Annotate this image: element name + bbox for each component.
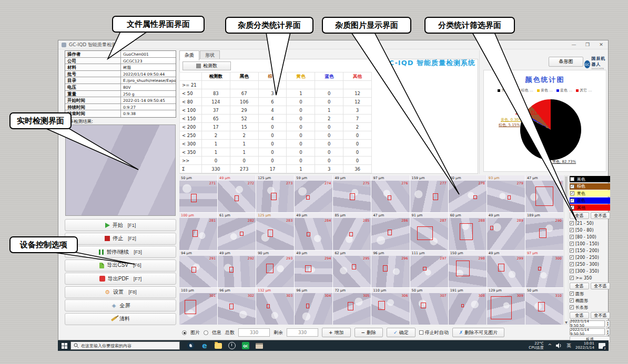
impurity-cell[interactable]: 110 μm306 bbox=[371, 288, 409, 325]
size-filter-checkbox[interactable]: ✓ bbox=[570, 269, 574, 273]
size-filter[interactable]: ✓[80 - 100) bbox=[570, 234, 610, 240]
impurity-cell[interactable]: 50 μm307 bbox=[410, 288, 448, 325]
total-input[interactable]: 330 bbox=[238, 328, 270, 337]
impurity-cell[interactable]: 96 μm302 bbox=[218, 288, 256, 325]
confirm-button[interactable]: ✓确定 bbox=[387, 328, 416, 337]
size-filter-checkbox[interactable]: ✓ bbox=[570, 235, 574, 239]
control-button-pdf[interactable]: 导出PDF[F7] bbox=[65, 273, 176, 285]
impurity-cell[interactable]: 191 μm308 bbox=[449, 288, 487, 325]
impurity-cell[interactable]: 61 μm282 bbox=[218, 213, 256, 249]
scrollbar-thumb[interactable] bbox=[565, 176, 568, 202]
impurity-cell[interactable]: 85 μm285 bbox=[333, 213, 371, 249]
impurity-cell[interactable]: 189 μm290 bbox=[525, 213, 563, 249]
impurity-cell[interactable]: 103 μm301 bbox=[179, 288, 217, 325]
impurity-cell[interactable]: 59 μm274 bbox=[295, 175, 332, 212]
impurity-cell[interactable]: 132 μm303 bbox=[256, 288, 294, 325]
impurity-cell[interactable]: 49 μm294 bbox=[295, 251, 332, 287]
shape-select-none-button[interactable]: 全不选 bbox=[591, 312, 610, 319]
impurity-cell[interactable]: 91 μm287 bbox=[410, 213, 448, 249]
impurity-cell[interactable]: 90 μm293 bbox=[256, 251, 294, 287]
impurity-cell[interactable]: 62 μm295 bbox=[333, 251, 371, 287]
impurity-cell[interactable]: 125 μm273 bbox=[256, 175, 294, 212]
impurity-cell[interactable]: 125 μm283 bbox=[256, 213, 294, 249]
size-filter[interactable]: ✓[150 - 200) bbox=[570, 247, 610, 254]
size-filter[interactable]: ✓[200 - 250) bbox=[570, 254, 610, 261]
printer-app-icon[interactable] bbox=[256, 343, 263, 349]
impurity-cell[interactable]: 96 μm304 bbox=[295, 288, 332, 325]
shape-filter-checkbox[interactable]: ✓ bbox=[570, 305, 574, 309]
delete-hidden-button[interactable]: ✗删除不可见图片 bbox=[452, 328, 505, 337]
size-filter-checkbox[interactable]: ✓ bbox=[570, 262, 574, 266]
control-button-diamond[interactable]: ◈全屏 bbox=[65, 299, 176, 311]
size-select-none-button[interactable]: 全不选 bbox=[591, 283, 610, 289]
control-button-doc[interactable]: 导出CSV[F6] bbox=[65, 259, 176, 272]
tray-expand-icon[interactable]: ^ bbox=[548, 343, 552, 348]
qc-app-icon[interactable]: QC bbox=[242, 342, 249, 349]
datetime-end-spinner[interactable]: ▲▼ bbox=[606, 328, 610, 335]
shape-filter-checkbox[interactable]: ✓ bbox=[570, 292, 574, 296]
color-filter-checkbox[interactable]: ✓ bbox=[570, 199, 574, 203]
impurity-cell[interactable]: 94 μm291 bbox=[179, 251, 217, 287]
impurity-cell[interactable]: 50 μm310 bbox=[525, 288, 563, 325]
clock-app-icon[interactable] bbox=[228, 342, 236, 349]
taskbar-search-input[interactable]: 在这里输入你要搜索的内容 bbox=[70, 341, 180, 350]
size-filter[interactable]: ✓>= 350 bbox=[570, 275, 610, 281]
shape-select-all-button[interactable]: 全选 bbox=[570, 312, 589, 319]
impurity-cell[interactable]: 60 μm278 bbox=[449, 175, 487, 212]
impurity-cell[interactable]: 49 μm299 bbox=[487, 251, 525, 287]
size-filter[interactable]: ✓[300 - 350) bbox=[570, 268, 610, 274]
impurity-cell[interactable]: 47 μm286 bbox=[371, 213, 409, 249]
size-filter-checkbox[interactable]: ✓ bbox=[570, 221, 574, 225]
remaining-input[interactable]: 330 bbox=[287, 328, 318, 337]
shape-filter[interactable]: ✓圆形 bbox=[570, 290, 610, 297]
bar-chart-button[interactable]: 条形图 bbox=[549, 57, 583, 67]
control-button-gear[interactable]: ⚙设置[F8] bbox=[65, 286, 176, 298]
add-button[interactable]: +增加 bbox=[322, 328, 351, 337]
impurity-cell[interactable]: 49 μm275 bbox=[333, 175, 371, 212]
size-filter-checkbox[interactable]: ✓ bbox=[570, 228, 574, 232]
impurity-cell[interactable]: 49 μm284 bbox=[295, 213, 332, 249]
impurity-cell[interactable]: 72 μm305 bbox=[333, 288, 371, 325]
input-language-indicator[interactable]: 英 bbox=[566, 342, 571, 349]
size-filter[interactable]: ✓[21 - 50) bbox=[570, 220, 610, 226]
maximize-button[interactable]: ❐ bbox=[581, 40, 594, 49]
control-button-stop[interactable]: 停止[F2] bbox=[65, 233, 176, 245]
clock-indicator[interactable]: 10:012022/1/14 bbox=[575, 341, 594, 350]
color-filter-checkbox[interactable]: ✓ bbox=[570, 205, 574, 210]
tab-impurity[interactable]: 杂质 bbox=[179, 50, 199, 60]
impurity-cell[interactable]: 49 μm292 bbox=[218, 251, 256, 287]
color-filter-checkbox[interactable]: ✓ bbox=[570, 191, 574, 195]
control-button-play[interactable]: 开始[F1] bbox=[65, 219, 176, 231]
impurity-cell[interactable]: 150 μm298 bbox=[449, 251, 487, 287]
minimize-button[interactable]: — bbox=[567, 40, 581, 49]
impurity-cell[interactable]: 100 μm281 bbox=[179, 213, 217, 249]
volume-icon[interactable] bbox=[556, 343, 562, 348]
weather-taskbar-icon[interactable] bbox=[187, 342, 195, 349]
control-button-broom[interactable]: 清料 bbox=[65, 313, 176, 325]
color-filter-row[interactable]: 黑色✓ bbox=[570, 176, 610, 182]
close-button[interactable]: ✕ bbox=[594, 40, 608, 49]
impurity-cell[interactable]: 49 μm272 bbox=[218, 175, 256, 212]
control-button-pause[interactable]: 暂停/继续[F3] bbox=[65, 246, 176, 258]
scrollbar-down-arrow[interactable]: ▼ bbox=[564, 320, 568, 324]
info-radio[interactable] bbox=[204, 330, 208, 335]
delete-button[interactable]: −删除 bbox=[354, 328, 383, 337]
color-filter-row[interactable]: 黄色✓ bbox=[570, 190, 610, 196]
start-button[interactable] bbox=[58, 340, 70, 351]
impurity-cell[interactable]: 111 μm297 bbox=[410, 251, 448, 287]
file-explorer-icon[interactable] bbox=[215, 343, 222, 349]
color-select-none-button[interactable]: 全不选 bbox=[591, 212, 610, 219]
impurity-cell[interactable]: 129 μm309 bbox=[487, 288, 525, 325]
color-filter-checkbox[interactable]: ✓ bbox=[570, 184, 574, 189]
color-select-all-button[interactable]: 全选 bbox=[570, 212, 589, 219]
impurity-cell[interactable]: 159 μm277 bbox=[410, 175, 448, 212]
impurity-cell[interactable]: 96 μm296 bbox=[371, 251, 409, 287]
color-filter-row[interactable]: 蓝色✓ bbox=[570, 197, 610, 204]
size-filter[interactable]: ✓[100 - 150) bbox=[570, 241, 610, 247]
auto-on-stop-checkbox[interactable]: ✓停止时自动 bbox=[419, 329, 449, 336]
datetime-end-field[interactable]: 2022/1/14 9:50:50 bbox=[570, 328, 605, 335]
shape-filter[interactable]: ✓长条形 bbox=[570, 304, 610, 310]
shape-filter[interactable]: ✓椭圆形 bbox=[570, 297, 610, 304]
datetime-start-field[interactable]: 2022/1/14 9:50:50 bbox=[570, 320, 605, 327]
impurity-cell[interactable]: 49 μm289 bbox=[487, 213, 525, 249]
